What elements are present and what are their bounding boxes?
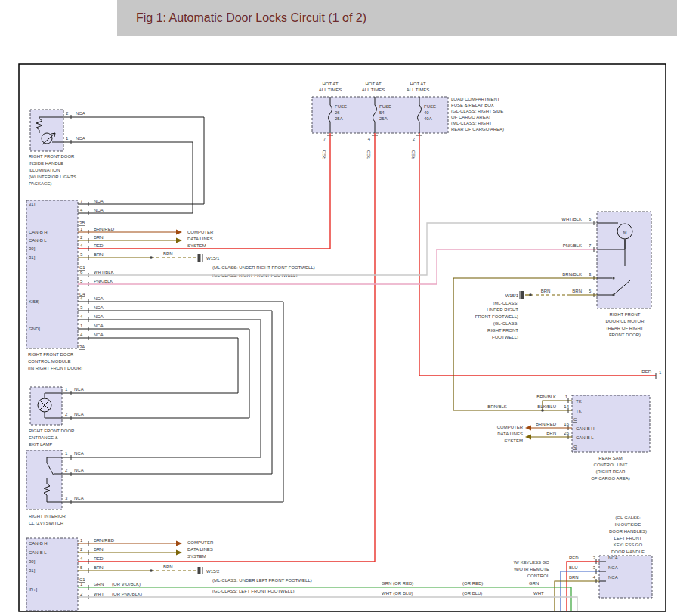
fusebox-location: LOAD COMPARTMENT <box>451 97 500 101</box>
wire-label: BLK/BLU <box>537 404 556 409</box>
wire-label: GRN (OR RED) <box>382 581 413 586</box>
component-label: (REAR OF RIGHT <box>607 326 644 330</box>
wire-label: NCA <box>608 556 618 560</box>
splice-location: FRONT FOOTWELL) <box>475 314 518 319</box>
hot-label: HOT AT <box>365 82 381 86</box>
splice-location: (ML-CLASS: <box>493 301 518 305</box>
component-label: RIGHT INTERIOR <box>29 514 66 518</box>
fuse-box-outline <box>312 97 448 133</box>
terminal-label: TK <box>576 399 582 404</box>
terminal-label: 31] <box>29 568 36 573</box>
wire-label: RED <box>322 150 326 159</box>
terminal-label: GND] <box>29 327 40 331</box>
terminal-label: 30] <box>29 246 36 251</box>
terminal-label: TK <box>576 409 582 413</box>
wire-label: NCA <box>74 387 84 392</box>
splice-location: RIGHT FRONT <box>487 328 518 333</box>
splice-symbol <box>198 255 200 262</box>
fuse-label: 40 <box>424 110 429 115</box>
fuse-label: FUSE <box>379 104 391 109</box>
hot-label: ALL TIMES <box>407 88 429 92</box>
wire-label: RED <box>411 150 416 159</box>
wire-label: NCA <box>94 323 104 328</box>
component-label: (RIGHT REAR <box>596 469 626 474</box>
motor-letter: M <box>623 230 627 234</box>
wire-label: NCA <box>94 305 104 310</box>
splice-location: (ML-CLASS: UNDER LEFT FRONT FOOTWELL) <box>212 578 312 583</box>
wire-label: NCA <box>74 451 84 456</box>
system-label: SYSTEM <box>504 438 523 443</box>
system-label: SYSTEM <box>187 243 206 248</box>
terminal-label: CAN-B H <box>29 230 48 234</box>
wire-label-alt: (OR PNK/BLK) <box>112 592 142 596</box>
wire-label: NCA <box>94 199 104 203</box>
wire-label: PNK/BLK <box>94 279 113 283</box>
fusebox-location: REAR OF CARGO AREA) <box>451 127 504 132</box>
illumination-outline <box>30 110 63 151</box>
component-label: RIGHT FRONT DOOR <box>29 154 75 159</box>
component-label: LEFT FRONT <box>614 536 642 540</box>
motor-outline <box>597 212 651 308</box>
splice-location: (ML-CLASS: UNDER RIGHT FRONT FOOTWELL) <box>212 265 315 270</box>
component-label: (IN RIGHT FRONT DOOR) <box>28 366 82 370</box>
wire-label-alt: (OR VIO/BLK) <box>112 582 141 587</box>
fuse-label: 25A <box>379 116 388 121</box>
sam-outline <box>572 395 650 452</box>
wire-label: BRN/RED <box>94 538 115 543</box>
wire-label: BRN <box>94 547 104 552</box>
splice-label: W15/1 <box>206 256 220 261</box>
wire-label: BRN <box>94 235 104 240</box>
wire-label: NCA <box>94 296 104 301</box>
wire-label: WHT/BLK <box>561 217 582 221</box>
terminal-label: CAN-B H <box>576 426 595 431</box>
fusebox-location: (GL-CLASS: RIGHT SIDE <box>451 109 503 113</box>
terminal-label: 31] <box>29 202 36 206</box>
handle-outline <box>599 556 652 598</box>
splice-location: FOOTWELL) <box>492 335 518 339</box>
wire-label: NCA <box>76 111 85 116</box>
connector-label: 3A <box>79 345 85 349</box>
wire-label: WHT <box>94 592 104 596</box>
splice-dot <box>150 569 153 572</box>
fuse-label: 25A <box>335 116 343 121</box>
component-label: DOOR HANDLE <box>611 549 645 554</box>
component-label: (GL-CALSS: <box>615 515 641 520</box>
connector-label: Q <box>573 444 577 449</box>
switch-outline <box>26 450 62 509</box>
terminal-label: CAN-B L <box>576 435 594 440</box>
wire-label: BRN <box>163 565 173 569</box>
component-label: DOOR HANDLES) <box>609 529 647 534</box>
fuse-label: 54 <box>379 110 385 115</box>
component-label: CONTROL MODULE <box>28 359 70 364</box>
component-label: KEYLESS GO <box>614 543 643 547</box>
hot-label: ALL TIMES <box>319 88 342 92</box>
module-outline <box>26 538 78 611</box>
component-label: DOOR CL MOTOR <box>605 319 645 323</box>
hot-label: ALL TIMES <box>362 88 385 92</box>
component-label: RIGHT FRONT DOOR <box>28 352 74 357</box>
system-label: SYSTEM <box>187 554 206 559</box>
wire-label: NCA <box>608 565 618 570</box>
component-label: RIGHT FRONT <box>610 312 641 317</box>
fusebox-location: (ML-CLASS: RIGHT <box>451 121 492 125</box>
connector-label: C <box>573 417 577 422</box>
variant-label: CONTROL <box>527 574 550 578</box>
wire-label: BRN/BLK <box>562 272 582 277</box>
wire-label: NCA <box>608 575 618 580</box>
wire-label: NCA <box>94 314 104 319</box>
wire-label: BRN/BLK <box>487 404 507 409</box>
wire-label: GRN <box>94 582 104 587</box>
wire-label: RED <box>94 556 104 561</box>
fuse-label: 40A <box>424 116 432 121</box>
wire-label: GRN <box>529 581 539 586</box>
variant-label: W/ KEYLESS GO <box>514 560 550 565</box>
wire-label: NCA <box>74 412 84 416</box>
hot-label: HOT AT <box>322 82 338 86</box>
splice-symbol <box>521 292 524 299</box>
wire-label: NCA <box>94 208 104 212</box>
wire-label: WHT <box>533 591 544 596</box>
pin-number: 16 <box>564 422 569 426</box>
system-label: DATA LINES <box>187 237 213 241</box>
contact-dot <box>612 277 614 279</box>
component-label: (W/ INTERIOR LIGHTS <box>29 175 76 179</box>
